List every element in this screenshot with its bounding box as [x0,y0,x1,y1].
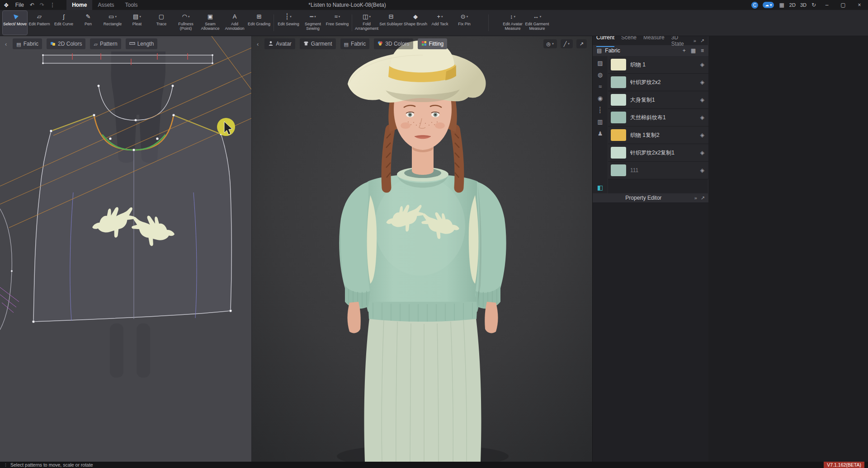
view3d-tab-fabric[interactable]: ▤Fabric [340,38,370,49]
pen-button[interactable]: ✎Pen [76,11,100,35]
view3d-tab-3d-colors[interactable]: 3D Colors [374,38,413,49]
panel-tab-scene[interactable]: Scene [621,34,637,47]
expand-view-button[interactable]: ↗ [576,39,587,48]
pleat-button[interactable]: ▤▾Pleat [125,11,149,35]
rail-fabric-icon[interactable]: ▨ [597,60,603,66]
view2d-tab-2d-colors[interactable]: 2D Colors [47,38,85,49]
chevron-down-icon: ▾ [290,15,292,19]
mode-2d-button[interactable]: 2D [789,2,796,8]
layers-icon[interactable]: ◈ [700,114,704,121]
fabric-swatch[interactable] [611,129,626,141]
layers-icon[interactable]: ◈ [700,132,704,138]
rail-thread-icon[interactable]: ≈ [599,84,602,89]
panel-tab-current[interactable]: Current [596,34,614,47]
mode-3d-button[interactable]: 3D [800,2,807,8]
view3d-tab-garment[interactable]: Garment [300,38,336,49]
view2d-tab-length[interactable]: Length [126,38,158,49]
view2d-tab-fabric[interactable]: ▤Fabric [13,38,42,49]
cloud-sync-button[interactable]: ☁ ▾ [763,2,774,8]
fabric-swatch[interactable] [611,59,626,70]
set-sublayer-button[interactable]: ⊟Set Sublayer [379,11,403,35]
collapse-panel-icon[interactable]: » [694,195,697,201]
add-group-icon[interactable]: ▦ [691,47,696,54]
free-sewing-button[interactable]: ≈▾Free Sewing [325,11,349,35]
edit-pattern-button[interactable]: ▱Edit Pattern [27,11,52,35]
fix-pin-button[interactable]: ⊙▾Fix Pin [452,11,476,35]
view3d-tab-fitting[interactable]: Fitting [418,38,448,49]
rail-tape-icon[interactable]: ▥ [597,119,603,125]
view2d-tab-pattern[interactable]: ▱Pattern [90,38,121,49]
list-view-icon[interactable]: ≡ [701,47,704,54]
fullness-point-button[interactable]: ◠▾Fullness (Point) [174,11,198,35]
add-fabric-icon[interactable]: + [683,47,686,54]
focus-camera-button[interactable]: ◎ ▾ [543,39,557,48]
layers-icon[interactable]: ◈ [700,97,704,103]
select-move-button[interactable]: ▶Select/ Move [3,11,27,35]
fabric-swatch[interactable] [611,164,626,176]
fold-arrangement-button[interactable]: ◫▾Fold Arrangement [354,11,379,35]
add-tack-icon: + [437,14,440,19]
fabric-swatch[interactable] [611,76,626,88]
view3d-tab-avatar[interactable]: Avatar [264,38,295,49]
file-menu[interactable]: File [14,2,25,8]
edit-sewing-button[interactable]: ┆▾Edit Sewing [276,11,301,35]
edit-avatar-measure-button[interactable]: ↕▾Edit Avatar Measure [500,11,525,35]
layers-icon[interactable]: ◈ [700,79,704,85]
render-3d-view[interactable] [252,36,592,462]
layers-icon[interactable]: ◈ [700,167,704,173]
more-menu-icon[interactable]: ⋮ [49,2,56,8]
nav-tab-tools[interactable]: Tools [119,0,143,10]
rail-button-icon[interactable]: ◉ [598,95,603,101]
expand-panel-icon[interactable]: ↗ [701,195,705,201]
fabric-item[interactable]: 天丝棉斜纹布1◈ [608,109,708,126]
measure-line-icon: ╱ [564,41,567,47]
fabric-swatch[interactable] [611,112,626,123]
panel-tab-3d-state[interactable]: 3D State [671,34,687,47]
segment-sewing-button[interactable]: ┅▾Segment Sewing [301,11,325,35]
undo-icon[interactable]: ↶ [29,2,35,8]
fabric-item[interactable]: 针织罗纹2x2复制1◈ [608,144,708,162]
2d-colors-icon [50,40,56,48]
panel-tab-measure[interactable]: Measure [643,34,665,47]
nav-tab-home[interactable]: Home [66,0,92,10]
edit-grading-button[interactable]: ⊞Edit Grading [247,11,271,35]
maximize-button[interactable]: ▢ [837,2,849,8]
expand-panel-icon[interactable]: ↗ [700,38,704,44]
fabric-swatch[interactable] [611,94,626,106]
fabric-swatch[interactable] [611,147,626,159]
fabric-item[interactable]: 大身复制1◈ [608,91,708,109]
close-button[interactable]: × [854,2,865,8]
seam-allowance-button[interactable]: ▣Seam Allowance [198,11,222,35]
redo-icon[interactable]: ↷ [39,2,45,8]
edit-garment-measure-button[interactable]: ↔▾Edit Garment Measure [525,11,549,35]
fabric-item[interactable]: 111◈ [608,162,708,179]
nav-tab-assets[interactable]: Assets [92,0,119,10]
rail-sphere-icon[interactable]: ◍ [598,72,603,78]
add-annotation-button[interactable]: AAdd Annotation [222,11,247,35]
solid-view-cube-icon[interactable]: ◧ [597,184,603,191]
measure-tool-button[interactable]: ╱ ▾ [561,39,573,48]
add-tack-button[interactable]: +▾Add Tack [428,11,452,35]
rectangle-button[interactable]: ▭▾Rectangle [100,11,125,35]
rail-stitch-icon[interactable]: ┆ [599,107,602,113]
refresh-icon[interactable]: ↻ [811,2,816,8]
layers-icon[interactable]: ◈ [700,61,704,68]
status-message: Select patterns to move, scale or rotate [10,462,93,468]
fabric-item[interactable]: 针织罗纹2x2◈ [608,74,708,91]
chevron-left-icon[interactable]: ‹ [4,41,8,47]
edit-curve-button[interactable]: ʃEdit Curve [52,11,76,35]
minimize-button[interactable]: – [821,2,833,8]
property-editor-header[interactable]: Property Editor » ↗ [593,193,708,202]
account-badge[interactable]: C [751,2,758,9]
shape-brush-button[interactable]: ◆Shape Brush [403,11,428,35]
waistband-strip-piece[interactable] [42,53,213,65]
collapse-panel-icon[interactable]: » [693,38,696,44]
fabric-item[interactable]: 织物 1◈ [608,56,708,74]
trace-button[interactable]: ▢Trace [149,11,174,35]
rail-avatar-icon[interactable]: ♟ [598,131,603,136]
layers-icon[interactable]: ◈ [700,150,704,156]
fabric-item[interactable]: 织物 1复制2◈ [608,126,708,144]
pattern-2d-view[interactable] [0,36,251,462]
chevron-left-icon[interactable]: ‹ [255,41,260,47]
layout-grid-icon[interactable]: ▦ [778,2,784,8]
